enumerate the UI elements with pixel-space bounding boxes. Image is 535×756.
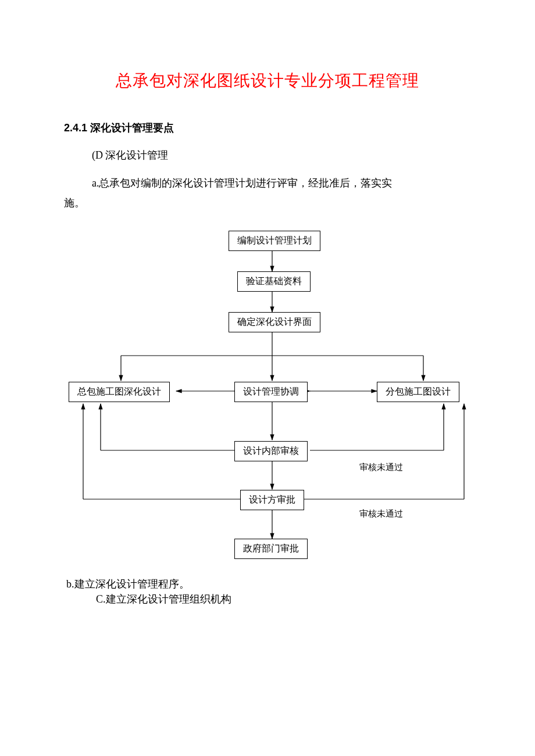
flow-label-fail-1: 审核未通过 <box>359 462 403 473</box>
document-title: 总承包对深化图纸设计专业分项工程管理 <box>64 70 471 92</box>
paragraph-d: (D 深化设计管理 <box>92 145 471 165</box>
flow-node-sub-design: 分包施工图设计 <box>377 382 459 402</box>
flow-node-gc-design: 总包施工图深化设计 <box>69 382 170 402</box>
flow-node-plan: 编制设计管理计划 <box>229 231 320 251</box>
flow-label-fail-2: 审核未通过 <box>359 508 403 519</box>
flow-node-coord: 设计管理协调 <box>234 382 308 402</box>
paragraph-a-line2: 施。 <box>64 193 471 213</box>
paragraph-b: b.建立深化设计管理程序。 <box>66 577 471 591</box>
paragraph-c: C.建立深化设计管理组织机构 <box>96 592 471 606</box>
section-heading: 2.4.1 深化设计管理要点 <box>64 121 471 135</box>
flowchart: 编制设计管理计划 验证基础资料 确定深化设计界面 总包施工图深化设计 设计管理协… <box>69 231 476 574</box>
flow-node-design-approve: 设计方审批 <box>240 490 304 510</box>
document-page: 总承包对深化图纸设计专业分项工程管理 2.4.1 深化设计管理要点 (D 深化设… <box>0 0 535 629</box>
flow-node-verify: 验证基础资料 <box>237 271 311 292</box>
flow-node-interface: 确定深化设计界面 <box>229 312 320 332</box>
paragraph-a-line1: a.总承包对编制的深化设计管理计划进行评审，经批准后，落实实 <box>92 173 471 193</box>
flow-node-internal-review: 设计内部审核 <box>234 441 308 461</box>
flow-node-gov-approve: 政府部门审批 <box>234 539 308 559</box>
